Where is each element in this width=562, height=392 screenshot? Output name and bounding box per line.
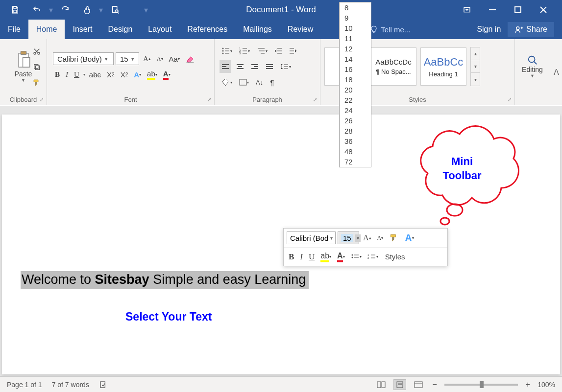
size-option[interactable]: 11 (340, 33, 371, 44)
share-button[interactable]: Share (508, 22, 554, 37)
strikethrough-button[interactable]: abc (87, 68, 103, 81)
mini-size-combo[interactable]: 15▾ (338, 231, 359, 244)
sort-icon[interactable]: A↓ (254, 76, 265, 89)
styles-down-icon[interactable]: ▾ (471, 60, 480, 73)
line-spacing-icon[interactable]: ▾ (278, 60, 293, 73)
redo-icon[interactable] (59, 3, 72, 16)
page[interactable]: Welcome to Sitesbay Simple and easy Lear… (2, 115, 560, 374)
text-effects-icon[interactable]: A▾ (132, 68, 143, 81)
size-option[interactable]: 22 (340, 95, 371, 105)
mini-bullets-icon[interactable]: ▾ (349, 253, 364, 261)
ribbon-display-icon[interactable] (460, 3, 474, 17)
zoom-level[interactable]: 100% (538, 381, 555, 389)
zoom-out-button[interactable]: − (431, 380, 439, 389)
mini-highlight-icon[interactable]: ab▾ (318, 251, 333, 263)
styles-more-icon[interactable]: ▾ (471, 73, 480, 86)
style-heading1[interactable]: AaBbCc Heading 1 (420, 47, 466, 86)
size-option[interactable]: 12 (340, 44, 371, 54)
tell-me-search[interactable]: Tell me... (370, 20, 410, 39)
paragraph-launcher-icon[interactable]: ⤢ (313, 97, 317, 102)
read-mode-icon[interactable] (375, 379, 388, 390)
tab-review[interactable]: Review (280, 20, 321, 39)
change-case-icon[interactable]: Aa▾ (167, 52, 182, 65)
size-option[interactable]: 26 (340, 115, 371, 126)
style-no-spacing[interactable]: AaBbCcDc ¶ No Spac... (370, 47, 416, 86)
highlight-icon[interactable]: ab▾ (145, 68, 159, 81)
close-icon[interactable] (537, 3, 550, 17)
zoom-slider[interactable] (444, 384, 518, 386)
touch-mode-icon[interactable] (80, 3, 93, 16)
mini-text-effects-icon[interactable]: A▾ (403, 231, 415, 245)
mini-underline-button[interactable]: U (307, 251, 317, 263)
zoom-in-button[interactable]: + (524, 380, 532, 389)
underline-button[interactable]: U (72, 68, 81, 81)
cut-icon[interactable] (30, 45, 43, 58)
size-option[interactable]: 10 (340, 23, 371, 33)
size-option[interactable]: 20 (340, 85, 371, 95)
zoom-thumb[interactable] (480, 381, 484, 388)
shading-icon[interactable]: ▾ (220, 76, 234, 89)
paste-button[interactable]: Paste ▼ (15, 50, 32, 83)
tab-mailings[interactable]: Mailings (235, 20, 280, 39)
size-option[interactable]: 14 (340, 54, 371, 64)
mini-decrease-font-icon[interactable]: A▾ (375, 233, 386, 243)
size-option[interactable]: 28 (340, 126, 371, 136)
print-layout-icon[interactable] (393, 379, 406, 390)
save-icon[interactable] (9, 3, 22, 16)
mini-format-painter-icon[interactable] (387, 232, 401, 244)
maximize-icon[interactable] (511, 3, 525, 17)
font-launcher-icon[interactable]: ⤢ (207, 97, 211, 102)
selected-text[interactable]: Welcome to Sitesbay Simple and easy Lear… (21, 271, 309, 289)
mini-italic-button[interactable]: I (298, 251, 305, 263)
mini-increase-font-icon[interactable]: A▴ (361, 232, 373, 243)
size-option[interactable]: 18 (340, 74, 371, 85)
copy-icon[interactable] (30, 61, 43, 73)
subscript-button[interactable]: X2 (105, 68, 117, 81)
align-center-icon[interactable] (234, 60, 246, 73)
align-left-icon[interactable] (220, 60, 231, 73)
page-indicator[interactable]: Page 1 of 1 (7, 381, 42, 389)
increase-indent-icon[interactable] (287, 45, 299, 57)
find-button[interactable]: Editing ▼ (522, 55, 543, 78)
font-size-combo[interactable]: 15▼ (116, 52, 139, 65)
tab-references[interactable]: References (179, 20, 235, 39)
format-painter-icon[interactable] (30, 76, 43, 89)
undo-icon[interactable] (30, 3, 43, 16)
bold-button[interactable]: B (53, 68, 62, 81)
tab-layout[interactable]: Layout (140, 20, 179, 39)
size-option[interactable]: 8 (340, 2, 371, 13)
font-name-combo[interactable]: Calibri (Body)▼ (53, 52, 114, 65)
tab-insert[interactable]: Insert (65, 20, 100, 39)
font-color-icon[interactable]: A▾ (161, 68, 172, 81)
italic-button[interactable]: I (64, 68, 70, 81)
show-marks-icon[interactable]: ¶ (268, 76, 276, 89)
numbering-icon[interactable]: 123▾ (237, 45, 252, 57)
bullets-icon[interactable]: ▾ (220, 45, 234, 57)
mini-font-color-icon[interactable]: A▾ (335, 251, 347, 263)
justify-icon[interactable] (264, 60, 275, 73)
increase-font-icon[interactable]: A▴ (141, 52, 153, 65)
minimize-icon[interactable] (486, 3, 499, 17)
collapse-ribbon-icon[interactable]: ᐱ (550, 39, 562, 105)
sign-in-link[interactable]: Sign in (477, 25, 501, 34)
decrease-font-icon[interactable]: A▾ (155, 52, 165, 65)
mini-styles-button[interactable]: Styles (382, 253, 408, 261)
borders-icon[interactable]: ▾ (237, 76, 251, 89)
web-layout-icon[interactable] (412, 379, 425, 390)
tab-home[interactable]: Home (28, 20, 65, 39)
spellcheck-icon[interactable] (99, 381, 108, 389)
qat-more-arrow[interactable]: ▾ (144, 5, 148, 15)
size-option[interactable]: 24 (340, 105, 371, 115)
tab-file[interactable]: File (0, 20, 28, 39)
styles-launcher-icon[interactable]: ⤢ (508, 97, 512, 102)
size-option[interactable]: 72 (340, 157, 371, 167)
align-right-icon[interactable] (249, 60, 261, 73)
multilevel-icon[interactable]: ▾ (255, 45, 269, 57)
clipboard-launcher-icon[interactable]: ⤢ (40, 97, 44, 102)
size-option[interactable]: 9 (340, 13, 371, 23)
mini-bold-button[interactable]: B (287, 251, 296, 263)
styles-up-icon[interactable]: ▴ (471, 47, 480, 60)
size-option[interactable]: 16 (340, 64, 371, 74)
mini-font-combo[interactable]: Calibri (Bod▾ (287, 231, 336, 244)
size-option[interactable]: 48 (340, 146, 371, 157)
